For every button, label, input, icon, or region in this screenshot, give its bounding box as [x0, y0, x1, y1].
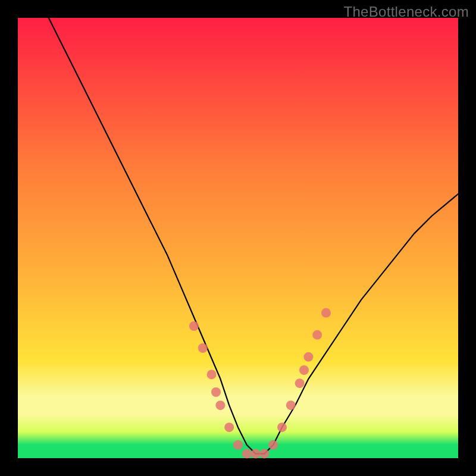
- data-marker: [312, 330, 322, 340]
- data-marker: [251, 449, 261, 459]
- data-marker: [321, 308, 331, 318]
- curve-svg: [18, 18, 458, 458]
- data-marker: [211, 387, 221, 397]
- data-marker: [233, 440, 243, 450]
- plot-area: [18, 18, 458, 458]
- data-marker: [259, 449, 269, 459]
- data-marker: [295, 378, 305, 388]
- data-marker: [268, 440, 278, 450]
- bottleneck-curve: [49, 18, 458, 454]
- data-marker: [198, 343, 208, 353]
- data-marker: [215, 400, 225, 410]
- data-marker: [224, 422, 234, 432]
- data-marker: [207, 369, 217, 379]
- watermark-text: TheBottleneck.com: [343, 4, 469, 20]
- data-marker: [242, 449, 252, 459]
- data-marker: [286, 400, 296, 410]
- chart-frame: TheBottleneck.com: [0, 0, 476, 476]
- data-marker: [303, 352, 313, 362]
- data-marker: [189, 321, 199, 331]
- data-marker: [299, 365, 309, 375]
- data-marker: [277, 422, 287, 432]
